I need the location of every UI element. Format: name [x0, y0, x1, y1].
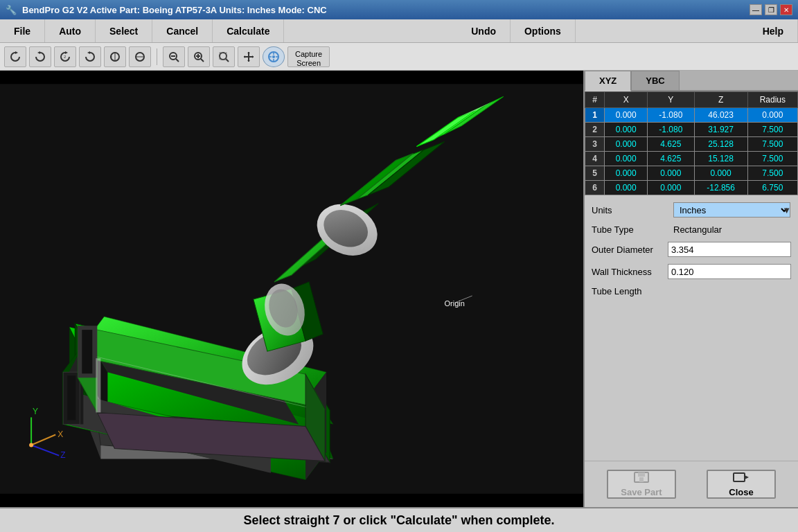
toolbar-zoom-in[interactable]: [188, 46, 210, 67]
units-row: Units Inches Millimeters ▼: [592, 202, 791, 218]
data-tabs: XYZ YBC: [585, 71, 798, 91]
toolbar-rotate-ccw[interactable]: [4, 46, 26, 67]
table-cell: 7.500: [747, 123, 797, 137]
toolbar-center[interactable]: [263, 46, 285, 67]
toolbar-zoom-fit[interactable]: [213, 46, 235, 67]
table-row[interactable]: 50.0000.0000.0007.500: [585, 166, 798, 181]
table-cell: 3: [585, 137, 605, 152]
tube-type-value: Rectangular: [673, 224, 791, 235]
close-button[interactable]: Close: [707, 470, 776, 499]
toolbar-flip-v[interactable]: [129, 46, 151, 67]
table-cell: 0.000: [605, 166, 648, 181]
table-cell: 31.927: [694, 123, 747, 137]
table-row[interactable]: 10.000-1.08046.0230.000: [585, 108, 798, 123]
menu-file[interactable]: File: [0, 19, 45, 42]
panel-buttons: Save Part Close: [585, 461, 798, 507]
coordinate-table: # X Y Z Radius 10.000-1.08046.0230.00020…: [585, 91, 798, 195]
svg-text:Origin: Origin: [445, 299, 465, 308]
col-header-y: Y: [648, 92, 695, 108]
table-body: 10.000-1.08046.0230.00020.000-1.08031.92…: [585, 108, 798, 195]
table-cell: 0.000: [605, 108, 648, 123]
table-cell: 2: [585, 123, 605, 137]
menu-help[interactable]: Help: [749, 19, 798, 42]
table-cell: 4.625: [648, 152, 695, 166]
table-cell: 1: [585, 108, 605, 123]
table-cell: 7.500: [747, 137, 797, 152]
table-cell: 6.750: [747, 181, 797, 195]
outer-diameter-row: Outer Diameter: [592, 242, 791, 257]
outer-diameter-input[interactable]: [668, 242, 791, 257]
table-row[interactable]: 30.0004.62525.1287.500: [585, 137, 798, 152]
toolbar-pan[interactable]: [238, 46, 260, 67]
table-cell: 5: [585, 166, 605, 181]
table-cell: -12.856: [694, 181, 747, 195]
table-cell: 0.000: [648, 181, 695, 195]
table-cell: 4: [585, 152, 605, 166]
toolbar-rotate-cw-2[interactable]: [79, 46, 101, 67]
tube-length-label: Tube Length: [592, 286, 668, 296]
table-row[interactable]: 60.0000.000-12.8566.750: [585, 181, 798, 195]
outer-diameter-label: Outer Diameter: [592, 245, 662, 255]
col-header-num: #: [585, 92, 605, 108]
toolbar-capture-screen[interactable]: CaptureScreen: [287, 46, 330, 67]
svg-marker-86: [745, 475, 749, 479]
menu-cancel[interactable]: Cancel: [152, 19, 213, 42]
table-cell: 0.000: [605, 137, 648, 152]
table-cell: 0.000: [605, 152, 648, 166]
main-content: Origin X Z Y XYZ YBC: [0, 71, 798, 507]
wall-thickness-row: Wall Thickness: [592, 264, 791, 279]
toolbar-rotate-cw[interactable]: [29, 46, 51, 67]
viewport[interactable]: Origin X Z Y: [0, 71, 583, 507]
wall-thickness-input[interactable]: [668, 264, 791, 279]
toolbar-separator-1: [157, 48, 157, 65]
tab-ybc[interactable]: YBC: [631, 71, 679, 90]
table-cell: -1.080: [648, 123, 695, 137]
restore-button[interactable]: ❐: [765, 4, 777, 15]
svg-point-12: [220, 53, 227, 60]
status-message: Select straight 7 or click "Calculate" w…: [243, 513, 554, 528]
units-label: Units: [592, 205, 668, 215]
tube-visualization: Origin X Z Y: [0, 71, 583, 507]
tab-xyz[interactable]: XYZ: [585, 71, 631, 91]
menu-undo[interactable]: Undo: [457, 19, 511, 42]
svg-point-81: [29, 443, 33, 447]
table-cell: 0.000: [648, 166, 695, 181]
menu-calculate[interactable]: Calculate: [213, 19, 284, 42]
toolbar-zoom-out[interactable]: [163, 46, 185, 67]
svg-text:Z: Z: [60, 450, 65, 460]
save-part-button[interactable]: Save Part: [607, 470, 676, 499]
table-row[interactable]: 20.000-1.08031.9277.500: [585, 123, 798, 137]
close-icon: [733, 471, 750, 486]
table-cell: 7.500: [747, 166, 797, 181]
col-header-x: X: [605, 92, 648, 108]
table-row[interactable]: 40.0004.62515.1287.500: [585, 152, 798, 166]
table-cell: 7.500: [747, 152, 797, 166]
toolbar-flip-h[interactable]: [104, 46, 126, 67]
right-panel: XYZ YBC # X Y Z Radius 10.000-1.08046.02…: [583, 71, 798, 507]
tube-length-row: Tube Length: [592, 286, 791, 296]
tube-type-label: Tube Type: [592, 224, 668, 235]
svg-rect-84: [639, 477, 644, 482]
toolbar-rotate-ccw-2[interactable]: 2: [54, 46, 76, 67]
table-cell: 46.023: [694, 108, 747, 123]
properties-panel: Units Inches Millimeters ▼ Tube Type Rec…: [585, 195, 798, 335]
menu-options[interactable]: Options: [511, 19, 576, 42]
units-select[interactable]: Inches Millimeters: [673, 202, 790, 218]
save-part-icon: [633, 471, 650, 486]
close-label: Close: [729, 487, 753, 497]
minimize-button[interactable]: —: [750, 4, 762, 15]
menu-select[interactable]: Select: [96, 19, 152, 42]
title-bar-title: 🔧 BendPro G2 V2 Active Part: Boeing ATP5…: [6, 5, 327, 15]
col-header-z: Z: [694, 92, 747, 108]
table-cell: 6: [585, 181, 605, 195]
svg-marker-52: [82, 330, 92, 373]
svg-line-11: [201, 59, 204, 62]
wall-thickness-label: Wall Thickness: [592, 267, 662, 277]
table-cell: 15.128: [694, 152, 747, 166]
svg-marker-46: [67, 375, 76, 420]
window-controls: — ❐ ✕: [750, 4, 792, 15]
table-cell: 0.000: [694, 166, 747, 181]
menu-auto[interactable]: Auto: [45, 19, 96, 42]
close-button[interactable]: ✕: [780, 4, 792, 15]
table-cell: 0.000: [747, 108, 797, 123]
